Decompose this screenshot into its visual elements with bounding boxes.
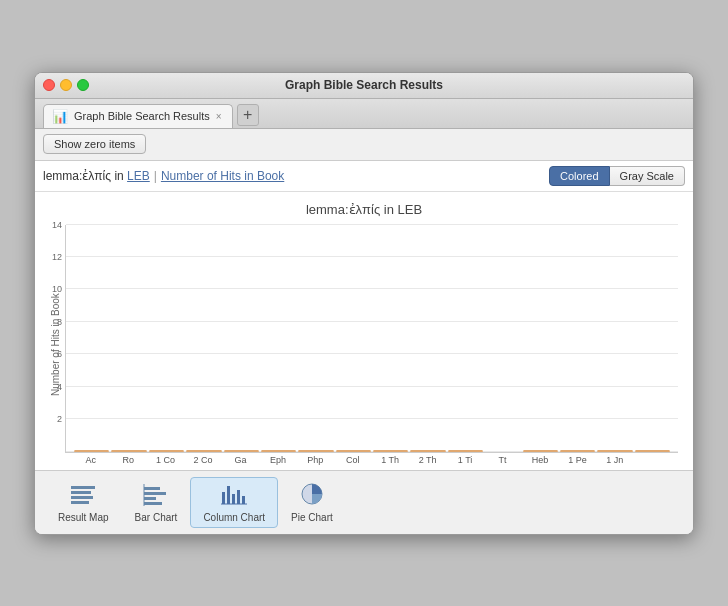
chart-bar xyxy=(261,450,296,452)
x-axis-label: 1 Jn xyxy=(597,455,632,465)
svg-rect-4 xyxy=(144,487,160,490)
chart-container: Number of Hits in Book 2468101214 AcRo1 … xyxy=(50,225,678,465)
bar-wrapper xyxy=(186,450,221,452)
svg-rect-12 xyxy=(237,490,240,504)
svg-rect-1 xyxy=(71,491,91,494)
bar-wrapper xyxy=(111,450,146,452)
chart-area: lemma:ἐλπίς in LEB Number of Hits in Boo… xyxy=(35,192,693,470)
chart-bar xyxy=(111,450,146,452)
chart-bar xyxy=(298,450,333,452)
filter-separator: | xyxy=(154,169,157,183)
chart-bar xyxy=(410,450,445,452)
x-axis-label: 1 Ti xyxy=(447,455,482,465)
chart-type-pie-chart[interactable]: Pie Chart xyxy=(278,477,346,528)
x-axis-label: Col xyxy=(335,455,370,465)
bar-wrapper xyxy=(336,450,371,452)
result-map-label: Result Map xyxy=(58,512,109,523)
result-map-icon xyxy=(69,482,97,510)
bar-wrapper xyxy=(448,450,483,452)
filter-query: lemma:ἐλπίς in LEB|Number of Hits in Boo… xyxy=(43,169,284,183)
colored-button[interactable]: Colored xyxy=(549,166,610,186)
show-zero-items-button[interactable]: Show zero items xyxy=(43,134,146,154)
svg-rect-7 xyxy=(144,502,162,505)
toolbar: Show zero items xyxy=(35,129,693,161)
pie-chart-label: Pie Chart xyxy=(291,512,333,523)
bars-group xyxy=(66,225,678,452)
x-axis-label: Heb xyxy=(522,455,557,465)
chart-type-column-chart[interactable]: Column Chart xyxy=(190,477,278,528)
chart-type-result-map[interactable]: Result Map xyxy=(45,477,122,528)
bar-wrapper xyxy=(635,450,670,452)
bar-wrapper xyxy=(597,450,632,452)
bar-wrapper xyxy=(410,450,445,452)
x-axis-label: 1 Th xyxy=(373,455,408,465)
chart-bar xyxy=(635,450,670,452)
chart-type-bar-chart[interactable]: Bar Chart xyxy=(122,477,191,528)
x-axis-label: Ac xyxy=(73,455,108,465)
chart-bar xyxy=(149,450,184,452)
color-mode-buttons: Colored Gray Scale xyxy=(549,166,685,186)
chart-bar xyxy=(373,450,408,452)
x-axis-label: Eph xyxy=(260,455,295,465)
bar-wrapper xyxy=(224,450,259,452)
chart-bar xyxy=(336,450,371,452)
traffic-lights xyxy=(43,79,89,91)
bar-wrapper xyxy=(261,450,296,452)
chart-bar xyxy=(560,450,595,452)
svg-rect-13 xyxy=(242,496,245,504)
svg-rect-0 xyxy=(71,486,95,489)
svg-rect-2 xyxy=(71,496,93,499)
chart-bar xyxy=(186,450,221,452)
x-axis-label: Ga xyxy=(223,455,258,465)
chart-bar xyxy=(74,450,109,452)
chart-type-bar: Result Map Bar Chart Column Chart Pie Ch… xyxy=(35,470,693,534)
x-axis-label xyxy=(635,455,670,465)
svg-rect-5 xyxy=(144,492,166,495)
tab-chart-icon: 📊 xyxy=(52,109,68,124)
filter-prefix: lemma:ἐλπίς in xyxy=(43,169,127,183)
title-bar: Graph Bible Search Results xyxy=(35,73,693,99)
x-axis-label: 2 Co xyxy=(185,455,220,465)
x-axis-label: 1 Pe xyxy=(560,455,595,465)
bar-chart-label: Bar Chart xyxy=(135,512,178,523)
pie-chart-icon xyxy=(298,482,326,510)
chart-bar xyxy=(523,450,558,452)
x-labels: AcRo1 Co2 CoGaEphPhpCol1 Th2 Th1 TiTtHeb… xyxy=(65,455,678,465)
minimize-button[interactable] xyxy=(60,79,72,91)
new-tab-button[interactable]: + xyxy=(237,104,259,126)
filter-bar: lemma:ἐλπίς in LEB|Number of Hits in Boo… xyxy=(35,161,693,192)
column-chart-icon xyxy=(220,482,248,510)
chart-bar xyxy=(597,450,632,452)
svg-rect-11 xyxy=(232,494,235,504)
close-button[interactable] xyxy=(43,79,55,91)
x-axis-label: Php xyxy=(298,455,333,465)
chart-bar xyxy=(224,450,259,452)
grayscale-button[interactable]: Gray Scale xyxy=(610,166,685,186)
tab-bar: 📊 Graph Bible Search Results × + xyxy=(35,99,693,129)
svg-rect-10 xyxy=(227,486,230,504)
filter-link-leb[interactable]: LEB xyxy=(127,169,150,183)
maximize-button[interactable] xyxy=(77,79,89,91)
bar-chart-icon xyxy=(142,482,170,510)
filter-link-hits[interactable]: Number of Hits in Book xyxy=(161,169,284,183)
tab-close-icon[interactable]: × xyxy=(216,111,222,122)
bar-wrapper xyxy=(298,450,333,452)
chart-inner: 2468101214 AcRo1 Co2 CoGaEphPhpCol1 Th2 … xyxy=(65,225,678,465)
bar-wrapper xyxy=(149,450,184,452)
bar-wrapper xyxy=(523,450,558,452)
x-axis-label: Tt xyxy=(485,455,520,465)
x-axis-label: 1 Co xyxy=(148,455,183,465)
chart-title: lemma:ἐλπίς in LEB xyxy=(50,202,678,217)
chart-plot: 2468101214 xyxy=(65,225,678,453)
app-window: Graph Bible Search Results 📊 Graph Bible… xyxy=(34,72,694,535)
bar-wrapper xyxy=(74,450,109,452)
svg-rect-6 xyxy=(144,497,156,500)
svg-rect-9 xyxy=(222,492,225,504)
tab-graph-results[interactable]: 📊 Graph Bible Search Results × xyxy=(43,104,233,128)
x-axis-label: 2 Th xyxy=(410,455,445,465)
window-title: Graph Bible Search Results xyxy=(285,78,443,92)
column-chart-label: Column Chart xyxy=(203,512,265,523)
x-axis-label: Ro xyxy=(110,455,145,465)
bar-wrapper xyxy=(560,450,595,452)
svg-rect-3 xyxy=(71,501,89,504)
